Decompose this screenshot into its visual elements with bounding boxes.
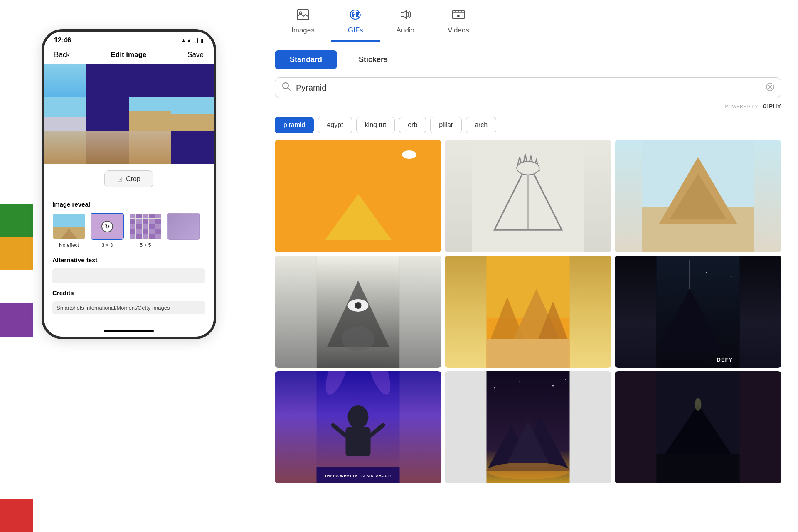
geo-triangle-svg [615, 140, 781, 252]
thumbnail-5x5[interactable]: 5 × 5 [129, 213, 162, 248]
svg-point-41 [719, 264, 719, 264]
powered-by-giphy: POWERED BY GIPHY [258, 101, 798, 113]
audio-icon [399, 9, 411, 23]
phone-status-bar: 12:46 ▲▲ ⌊⌋ ▮ [44, 32, 214, 47]
svg-text:DEFY: DEFY [717, 357, 733, 363]
crop-button-label: Crop [126, 175, 140, 183]
thumbnail-3x3[interactable]: ↻ 3 × 3 [91, 213, 124, 248]
tab-images[interactable]: Images [275, 4, 331, 42]
phone-back-button[interactable]: Back [54, 51, 70, 59]
mosaic-cell [171, 131, 214, 164]
shuffle-icon: ↻ [101, 221, 113, 232]
thumb-pyramid-img [53, 214, 85, 239]
svg-point-48 [348, 405, 369, 429]
image-reveal-label: Image reveal [52, 201, 205, 208]
signal-icon: ▲▲ [181, 37, 192, 44]
phone-image-area [44, 64, 214, 164]
gif-grid: DEFY [258, 140, 798, 532]
thumbnail-no-effect[interactable]: No effect [52, 213, 86, 248]
gif-item-night-pyramids[interactable] [445, 371, 611, 483]
battery-icon: ▮ [201, 37, 204, 44]
alt-text-section: Alternative text [52, 256, 205, 283]
colorful-pyramids-svg [445, 256, 611, 368]
thumbnail-no-effect-label: No effect [59, 242, 79, 248]
gif-item-show-host[interactable]: THAT'S WHAT IM TALKIN' ABOUT! [275, 371, 441, 483]
svg-point-29 [342, 326, 375, 351]
tag-chip-piramid[interactable]: piramid [275, 117, 314, 133]
color-block-yellow [0, 237, 33, 270]
gif-item-hand-pyramid[interactable] [445, 140, 611, 252]
tab-audio[interactable]: Audio [380, 4, 431, 42]
gif-item-placeholder[interactable] [615, 371, 781, 483]
thumbnail-extra-box [167, 213, 200, 240]
status-time: 12:46 [54, 37, 71, 44]
dark-pyramid-svg: DEFY [615, 256, 781, 368]
svg-point-58 [487, 463, 570, 479]
svg-point-43 [706, 272, 707, 273]
search-clear-button[interactable] [766, 83, 774, 93]
alt-text-input[interactable] [52, 268, 205, 283]
svg-point-61 [552, 385, 554, 387]
tag-chip-king-tut[interactable]: king tut [356, 117, 395, 133]
tag-chip-arch[interactable]: arch [466, 117, 496, 133]
media-tabs: Images GIFs [258, 0, 798, 42]
color-block-red [0, 499, 33, 532]
svg-point-59 [494, 387, 495, 389]
eye-pyramid-svg [275, 256, 441, 368]
thumbnail-3x3-label: 3 × 3 [101, 242, 113, 248]
crop-button[interactable]: ⊡ Crop [104, 170, 153, 187]
sub-tab-standard[interactable]: Standard [275, 50, 337, 69]
videos-icon [452, 9, 465, 23]
gif-item-dark-pyramid[interactable]: DEFY [615, 256, 781, 368]
tag-chip-pillar[interactable]: pillar [430, 117, 462, 133]
tag-chip-egypt[interactable]: egypt [318, 117, 352, 133]
svg-text:THAT'S WHAT IM TALKIN' ABOUT!: THAT'S WHAT IM TALKIN' ABOUT! [325, 474, 392, 478]
thumb-3x3-img: ↻ [91, 214, 123, 239]
svg-marker-8 [457, 15, 461, 17]
gif-item-geo-triangle[interactable] [615, 140, 781, 252]
mosaic-cell [44, 64, 86, 97]
left-panel: 12:46 ▲▲ ⌊⌋ ▮ Back Edit image Save [0, 0, 258, 532]
gif-item-orange-pyramid[interactable] [275, 140, 441, 252]
tab-videos[interactable]: Videos [431, 4, 486, 42]
mosaic-cell [44, 131, 86, 164]
phone-save-button[interactable]: Save [187, 51, 204, 59]
powered-by-label: POWERED BY [725, 104, 758, 109]
placeholder-svg [615, 371, 781, 483]
mosaic-cell [44, 97, 86, 131]
search-bar: Pyramid [275, 77, 781, 98]
phone-header: Back Edit image Save [44, 47, 214, 64]
crop-icon: ⊡ [117, 175, 123, 183]
credits-label: Credits [52, 289, 205, 296]
search-area: Pyramid [258, 77, 798, 101]
phone-mockup: 12:46 ▲▲ ⌊⌋ ▮ Back Edit image Save [42, 29, 216, 339]
thumbnail-no-effect-box [52, 213, 86, 240]
svg-marker-2 [401, 10, 406, 19]
reveal-thumbnails: No effect ↻ 3 × 3 [52, 213, 205, 248]
tag-chip-orb[interactable]: orb [399, 117, 426, 133]
svg-rect-64 [657, 454, 740, 483]
thumbnail-extra[interactable] [167, 213, 200, 248]
svg-point-62 [565, 379, 566, 380]
tab-gifs-label: GIFs [348, 26, 363, 34]
tab-audio-label: Audio [397, 26, 414, 34]
search-input[interactable]: Pyramid [296, 83, 761, 93]
tag-chips: piramid egypt king tut orb pillar arch [258, 113, 798, 140]
gif-item-eye-pyramid[interactable] [275, 256, 441, 368]
svg-point-19 [517, 161, 539, 175]
credits-section: Credits Smartshots International/Moment/… [52, 289, 205, 314]
thumbnail-5x5-box [129, 213, 162, 240]
phone-home-indicator [44, 325, 214, 337]
mosaic-cell [129, 64, 171, 97]
tab-gifs[interactable]: GIFs [331, 4, 380, 42]
color-block-purple [0, 303, 33, 337]
svg-line-10 [288, 88, 290, 90]
svg-point-42 [731, 276, 732, 277]
svg-point-40 [669, 268, 670, 268]
gif-item-colorful-pyramids[interactable] [445, 256, 611, 368]
mosaic-cell [171, 97, 214, 131]
thumbnail-5x5-label: 5 × 5 [140, 242, 151, 248]
search-icon [282, 82, 291, 94]
tab-videos-label: Videos [448, 26, 469, 34]
sub-tab-stickers[interactable]: Stickers [344, 50, 403, 69]
